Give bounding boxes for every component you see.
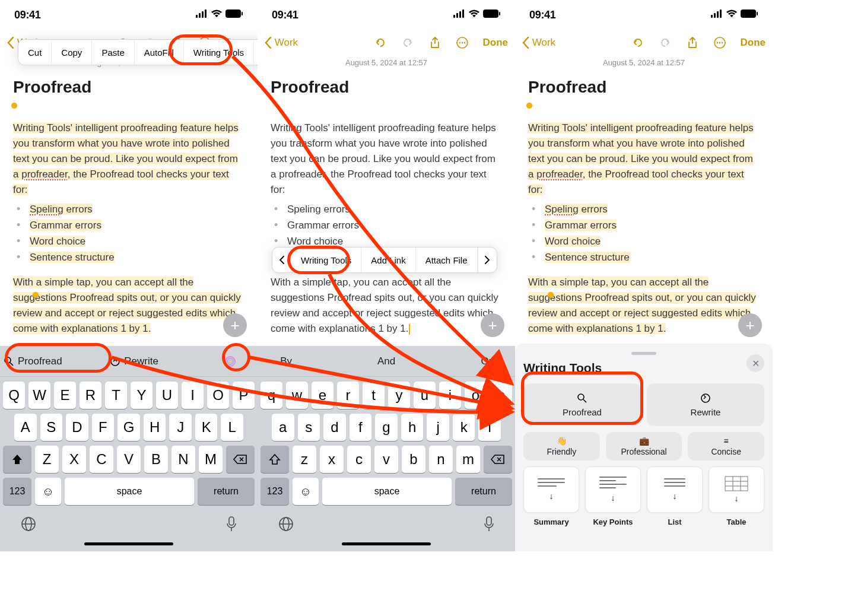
add-button[interactable]: +	[481, 313, 504, 337]
sel-handle-start[interactable]	[526, 103, 532, 109]
body-paragraph-1: Writing Tools' intelligent proofreading …	[13, 122, 239, 195]
home-indicator[interactable]	[84, 542, 173, 545]
svg-rect-47	[725, 477, 748, 491]
body-paragraph-2: With a simple tap, you can accept all th…	[13, 277, 241, 334]
keypoints-card[interactable]: ↓ Key Points	[585, 466, 641, 526]
menu-paste[interactable]: Paste	[92, 40, 134, 65]
suggestion-or[interactable]: Or	[462, 355, 512, 367]
table-card[interactable]: ↓ Table	[709, 466, 764, 526]
menu-prev-icon[interactable]	[272, 247, 291, 272]
concise-card[interactable]: ≡Concise	[688, 432, 764, 461]
status-icons	[196, 9, 243, 20]
more-icon[interactable]	[713, 36, 726, 49]
svg-rect-23	[462, 9, 464, 18]
battery-icon	[741, 9, 758, 20]
sel-handle-end[interactable]	[33, 292, 39, 298]
menu-add-link[interactable]: Add Link	[361, 247, 415, 272]
numbers-key[interactable]: 123	[3, 478, 31, 505]
return-key[interactable]: return	[198, 478, 255, 505]
space-key[interactable]: space	[65, 478, 194, 505]
share-icon[interactable]	[686, 36, 699, 49]
done-button[interactable]: Done	[741, 37, 766, 49]
menu-writing-tools[interactable]: Writing Tools	[291, 247, 361, 272]
signal-icon	[196, 9, 208, 20]
wifi-icon	[211, 9, 222, 20]
globe-icon[interactable]	[20, 516, 37, 535]
svg-point-44	[578, 394, 584, 400]
body-list: Speling errors Grammar errors Word choic…	[13, 201, 244, 265]
add-button[interactable]: +	[223, 313, 247, 337]
redo-icon	[659, 36, 672, 49]
menu-autofill[interactable]: AutoFill	[135, 40, 184, 65]
friendly-card[interactable]: 👋Friendly	[523, 432, 600, 461]
suggestion-proofread[interactable]: Proofread	[4, 355, 62, 367]
suggestion-rewrite[interactable]: Rewrite	[110, 355, 158, 367]
svg-rect-39	[757, 12, 758, 15]
svg-rect-19	[229, 517, 234, 525]
svg-rect-3	[205, 9, 207, 18]
undo-icon[interactable]	[374, 36, 387, 49]
signal-icon	[453, 9, 465, 20]
svg-point-42	[719, 42, 720, 43]
mic-icon[interactable]	[225, 516, 237, 535]
menu-writing-tools[interactable]: Writing Tools	[184, 40, 254, 65]
emoji-key[interactable]: ☺	[35, 478, 61, 505]
briefcase-icon: 💼	[639, 436, 649, 446]
svg-point-14	[227, 358, 233, 364]
more-icon[interactable]	[456, 36, 469, 49]
globe-icon[interactable]	[278, 516, 294, 535]
table-icon	[725, 476, 748, 491]
shift-key[interactable]	[261, 446, 289, 473]
screen-3: 09:41 Work Done August 5, 2024 at 12:57 …	[515, 0, 773, 551]
svg-rect-25	[499, 12, 500, 15]
professional-card[interactable]: 💼Professional	[606, 432, 682, 461]
rewrite-card[interactable]: Rewrite	[647, 383, 764, 426]
sel-handle-end[interactable]	[548, 292, 554, 298]
keyboard[interactable]: By And Or qwertyuiop asdfghjkl zxcvbnm 1…	[258, 346, 515, 551]
signal-icon	[711, 9, 723, 20]
menu-cut[interactable]: Cut	[18, 40, 52, 65]
add-button[interactable]: +	[738, 313, 762, 337]
back-button[interactable]: Work	[265, 37, 298, 49]
keyboard[interactable]: Proofread Rewrite QWERTYUIOP ASDFGHJKL Z…	[0, 346, 258, 551]
sheet-grabber[interactable]	[631, 352, 656, 355]
summary-card[interactable]: ↓ Summary	[523, 466, 579, 526]
backspace-key[interactable]	[226, 446, 255, 473]
share-icon[interactable]	[428, 36, 441, 49]
done-button[interactable]: Done	[483, 37, 509, 49]
note-content[interactable]: Proofread Writing Tools' intelligent pro…	[0, 72, 258, 336]
battery-icon	[483, 9, 501, 20]
suggestion-by[interactable]: By	[261, 355, 311, 367]
close-button[interactable]: ✕	[747, 354, 764, 372]
back-button[interactable]: Work	[522, 37, 555, 49]
apple-intelligence-icon[interactable]	[206, 353, 254, 370]
proofread-card[interactable]: Proofread	[523, 383, 641, 426]
shift-key[interactable]	[3, 446, 31, 473]
mic-icon[interactable]	[483, 516, 495, 535]
text-cursor	[409, 324, 410, 335]
svg-point-43	[721, 42, 722, 43]
screen-2: 09:41 Work Done August 5, 2024 at 12:57 …	[258, 0, 515, 551]
svg-rect-2	[202, 11, 204, 18]
suggestion-and[interactable]: And	[361, 355, 411, 367]
wave-icon: 👋	[557, 436, 567, 446]
svg-rect-33	[487, 517, 491, 525]
menu-copy[interactable]: Copy	[52, 40, 92, 65]
svg-rect-0	[196, 15, 198, 18]
backspace-key[interactable]	[484, 446, 512, 473]
svg-point-28	[461, 42, 462, 43]
svg-rect-20	[453, 15, 455, 18]
edit-menu-popover: Cut Copy Paste AutoFill Writing Tools	[18, 39, 274, 65]
svg-point-12	[111, 357, 119, 366]
sheet-title: Writing Tools	[523, 361, 764, 375]
sel-handle-start[interactable]	[11, 103, 17, 109]
svg-rect-5	[242, 12, 243, 15]
svg-rect-34	[711, 15, 713, 18]
menu-attach-file[interactable]: Attach File	[416, 247, 478, 272]
list-card[interactable]: ↓ List	[647, 466, 703, 526]
battery-icon	[225, 9, 243, 20]
undo-icon[interactable]	[631, 36, 644, 49]
menu-next-icon[interactable]	[478, 247, 497, 272]
svg-point-41	[716, 42, 717, 43]
svg-rect-35	[714, 13, 716, 18]
